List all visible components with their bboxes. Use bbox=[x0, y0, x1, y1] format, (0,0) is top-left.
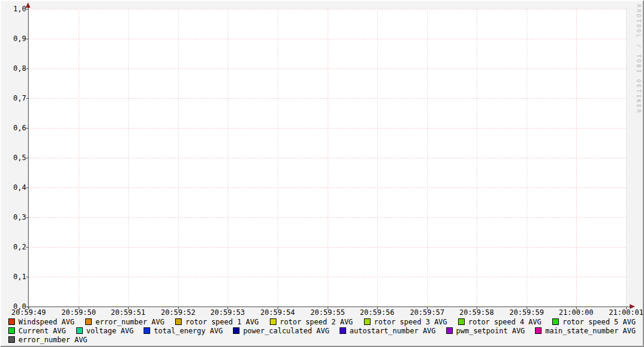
legend-label: autostart_number AVG bbox=[350, 327, 436, 335]
x-gridline bbox=[377, 9, 378, 307]
legend-label: error_number AVG bbox=[18, 336, 88, 344]
x-gridline bbox=[626, 9, 627, 307]
legend-item: error_number AVG bbox=[85, 318, 164, 326]
y-tick-label: 0,3 bbox=[1, 213, 26, 221]
legend-label: total_energy AVG bbox=[154, 327, 223, 335]
legend-label: pwm_setpoint AVG bbox=[456, 327, 525, 335]
x-gridline bbox=[228, 9, 228, 307]
legend-color-swatch bbox=[144, 327, 150, 334]
x-gridline bbox=[477, 9, 477, 307]
x-gridline bbox=[427, 9, 428, 307]
x-gridline bbox=[278, 9, 278, 307]
legend-color-swatch bbox=[340, 327, 346, 334]
legend-color-swatch bbox=[364, 318, 371, 325]
y-tick-label: 0,1 bbox=[1, 273, 26, 281]
legend-label: rotor speed 3 AVG bbox=[374, 318, 447, 326]
x-gridline bbox=[527, 9, 527, 307]
legend-label: Current AVG bbox=[18, 327, 66, 335]
x-gridline bbox=[328, 9, 328, 307]
legend-color-swatch bbox=[446, 327, 453, 334]
legend-label: rotor speed 5 AVG bbox=[562, 318, 636, 326]
y-tick-label: 0,9 bbox=[1, 35, 26, 43]
legend-item: voltage AVG bbox=[76, 327, 133, 335]
y-tick-label: 1,0 bbox=[1, 5, 26, 13]
legend-color-swatch bbox=[8, 336, 15, 343]
y-tick-label: 0,4 bbox=[1, 183, 26, 192]
legend-color-swatch bbox=[76, 327, 83, 334]
x-gridline bbox=[178, 9, 179, 307]
y-axis-line bbox=[28, 5, 29, 308]
y-axis-arrow-icon bbox=[26, 2, 30, 8]
legend-label: main_state_number AVG bbox=[545, 327, 636, 335]
legend-color-swatch bbox=[535, 327, 542, 334]
legend-item: Current AVG bbox=[8, 327, 66, 335]
legend-item: power_calculated AVG bbox=[233, 327, 329, 335]
legend-color-swatch bbox=[8, 318, 15, 325]
legend-row: Windspeed AVGerror_number AVGrotor speed… bbox=[8, 317, 636, 326]
legend-item: rotor speed 3 AVG bbox=[364, 318, 447, 326]
legend-item: autostart_number AVG bbox=[340, 327, 436, 335]
legend-color-swatch bbox=[85, 318, 92, 325]
legend-color-swatch bbox=[8, 327, 15, 334]
legend-item: Windspeed AVG bbox=[8, 318, 74, 326]
legend: Windspeed AVGerror_number AVGrotor speed… bbox=[8, 316, 636, 344]
y-tick-label: 0,6 bbox=[1, 124, 26, 132]
legend-label: rotor speed 1 AVG bbox=[185, 318, 259, 326]
legend-item: rotor speed 1 AVG bbox=[175, 318, 259, 326]
legend-color-swatch bbox=[175, 318, 182, 325]
x-axis-arrow-icon bbox=[630, 304, 635, 309]
legend-row: error_number AVG bbox=[8, 335, 636, 344]
legend-color-swatch bbox=[270, 318, 276, 325]
legend-color-swatch bbox=[233, 327, 239, 334]
legend-label: error_number AVG bbox=[95, 318, 164, 326]
x-gridline bbox=[128, 9, 129, 307]
legend-item: rotor speed 5 AVG bbox=[552, 318, 636, 326]
x-gridline bbox=[79, 9, 79, 307]
legend-color-swatch bbox=[552, 318, 559, 325]
legend-item: total_energy AVG bbox=[144, 327, 223, 335]
legend-item: rotor speed 2 AVG bbox=[270, 318, 353, 326]
legend-item: main_state_number AVG bbox=[535, 327, 636, 335]
y-tick-label: 0,7 bbox=[1, 94, 26, 102]
legend-label: voltage AVG bbox=[86, 327, 133, 335]
legend-item: pwm_setpoint AVG bbox=[446, 327, 525, 335]
legend-label: Windspeed AVG bbox=[18, 318, 74, 326]
legend-item: error_number AVG bbox=[8, 336, 88, 344]
rrdtool-graph: 1,00,90,80,70,60,50,40,30,20,10,0 20:59:… bbox=[0, 0, 644, 347]
x-gridline bbox=[576, 9, 577, 307]
y-tick-label: 0,2 bbox=[1, 243, 26, 251]
legend-row: Current AVGvoltage AVGtotal_energy AVGpo… bbox=[8, 326, 636, 335]
y-tick-label: 0,5 bbox=[1, 154, 26, 162]
legend-item: rotor speed 4 AVG bbox=[458, 318, 542, 326]
legend-label: power_calculated AVG bbox=[243, 327, 329, 335]
legend-label: rotor speed 4 AVG bbox=[468, 318, 542, 326]
legend-color-swatch bbox=[458, 318, 465, 325]
legend-label: rotor speed 2 AVG bbox=[280, 318, 353, 326]
y-tick-label: 0,8 bbox=[1, 64, 26, 73]
x-axis-line bbox=[26, 307, 630, 307]
watermark: RRDTOOL / TOBI OETIKER bbox=[636, 4, 642, 114]
